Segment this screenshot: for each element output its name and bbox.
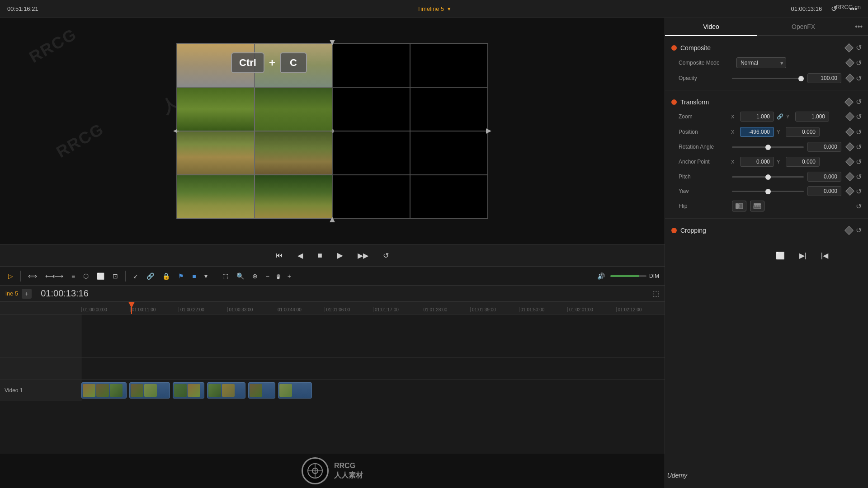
grid-handle-right[interactable] xyxy=(486,128,491,134)
zoom-x-value[interactable]: 1.000 xyxy=(740,112,774,122)
flip-vertical-button[interactable] xyxy=(750,201,764,211)
anchor-keyframe-btn[interactable] xyxy=(845,157,854,166)
slip-tool-button[interactable]: ≡ xyxy=(69,271,78,282)
transform-reset-btn[interactable]: ↺ xyxy=(856,98,862,106)
anchor-y-value[interactable]: 0.000 xyxy=(786,157,820,167)
toolbar-separator-1 xyxy=(20,271,21,282)
lock-button[interactable]: 🔒 xyxy=(160,271,173,282)
track-clip-6[interactable] xyxy=(278,382,312,399)
add-timeline-button[interactable]: + xyxy=(22,289,32,299)
yaw-slider-track[interactable] xyxy=(732,191,804,192)
zoom-tool-button[interactable]: ⊕ xyxy=(250,271,260,282)
transform-keyframe-btn[interactable] xyxy=(844,98,854,107)
dim-button[interactable]: DIM xyxy=(649,273,659,279)
go-to-end-button[interactable]: |◀ xyxy=(817,249,832,262)
track-clip-3[interactable] xyxy=(173,382,204,399)
rotation-slider-thumb[interactable] xyxy=(765,145,771,150)
zoom-reset-btn[interactable]: ↺ xyxy=(856,113,862,121)
flip-horizontal-button[interactable] xyxy=(732,201,746,211)
composite-mode-reset-btn[interactable]: ↺ xyxy=(856,59,862,67)
zoom-in-button[interactable]: + xyxy=(285,271,294,282)
position-x-value[interactable]: -496.000 xyxy=(740,127,774,137)
pitch-reset-btn[interactable]: ↺ xyxy=(856,173,862,181)
timeline-name[interactable]: Timeline 5 xyxy=(417,5,444,12)
ruler-mark-2: 01:00:22:00 xyxy=(179,307,227,312)
zoom-y-value[interactable]: 1.000 xyxy=(795,112,829,122)
clip-thumb-3 xyxy=(110,384,123,397)
dropdown-arrow[interactable]: ▾ xyxy=(448,5,451,12)
volume-slider[interactable] xyxy=(610,275,646,277)
cropping-reset-btn[interactable]: ↺ xyxy=(856,226,862,235)
panel-more-button[interactable]: ••• xyxy=(849,18,868,35)
trim-tool-button[interactable]: ⟺ xyxy=(25,271,40,282)
composite-keyframe-btn[interactable] xyxy=(844,43,854,52)
retime-button[interactable]: ⬡ xyxy=(80,271,91,282)
anchor-y-axis: Y xyxy=(777,159,783,164)
next-clip-button[interactable]: ▶| xyxy=(796,249,810,262)
track-content-video1[interactable] xyxy=(81,380,665,401)
tab-video[interactable]: Video xyxy=(665,18,757,36)
rotation-keyframe-btn[interactable] xyxy=(845,142,854,151)
pitch-keyframe-btn[interactable] xyxy=(845,172,854,181)
prev-frame-button[interactable]: ◀ xyxy=(294,249,307,262)
cropping-keyframe-btn[interactable] xyxy=(844,226,854,235)
stop-button[interactable]: ■ xyxy=(314,249,326,262)
yaw-slider-thumb[interactable] xyxy=(765,189,771,194)
position-y-value[interactable]: 0.000 xyxy=(786,127,820,137)
color-dropdown[interactable]: ▾ xyxy=(202,271,210,282)
crop-button[interactable]: ⊡ xyxy=(110,271,121,282)
composite-mode-select[interactable]: Normal Multiply Screen Overlay xyxy=(736,57,786,68)
position-reset-btn[interactable]: ↺ xyxy=(856,128,862,136)
link-button[interactable]: 🔗 xyxy=(144,271,157,282)
rotation-reset-btn[interactable]: ↺ xyxy=(856,143,862,151)
zoom-keyframe-btn[interactable] xyxy=(845,112,854,121)
zoom-mode-button[interactable]: ⬚ xyxy=(220,271,231,282)
pitch-slider-track[interactable] xyxy=(732,176,804,178)
zoom-in-area-button[interactable]: 🔍 xyxy=(234,271,247,282)
track-clip-2[interactable] xyxy=(129,382,170,399)
loop-button[interactable]: ↺ xyxy=(379,249,392,262)
dynamic-trim-button[interactable]: ⟻⟼ xyxy=(42,271,66,282)
volume-button[interactable]: 🔊 xyxy=(594,271,608,282)
playback-right: ⬜ ▶| |◀ xyxy=(772,249,832,262)
transform-button[interactable]: ⬜ xyxy=(94,271,107,282)
grid-cell-r3c1 xyxy=(177,131,255,175)
curve-button[interactable]: ↙ xyxy=(130,271,141,282)
timecode-right: 01:00:13:16 xyxy=(791,5,822,12)
go-to-start-button[interactable]: ⏮ xyxy=(272,249,287,261)
fullscreen-button[interactable]: ⬜ xyxy=(772,249,788,262)
opacity-slider-thumb[interactable] xyxy=(798,76,804,81)
yaw-keyframe-btn[interactable] xyxy=(845,187,854,196)
rotation-slider-track[interactable] xyxy=(732,146,804,148)
composite-reset-btn[interactable]: ↺ xyxy=(856,43,862,52)
position-keyframe-btn[interactable] xyxy=(845,127,854,136)
yaw-reset-btn[interactable]: ↺ xyxy=(856,187,862,196)
track-clip-5[interactable] xyxy=(248,382,275,399)
zoom-out-button[interactable]: − xyxy=(263,271,272,282)
play-button[interactable]: ▶ xyxy=(333,249,347,262)
color-button[interactable]: ■ xyxy=(189,271,198,282)
opacity-keyframe-btn[interactable] xyxy=(845,74,854,83)
opacity-reset-btn[interactable]: ↺ xyxy=(856,74,862,83)
flip-reset-btn[interactable]: ↺ xyxy=(856,202,862,211)
flag-button[interactable]: ⚑ xyxy=(175,271,187,282)
zoom-link-icon[interactable]: 🔗 xyxy=(777,113,783,120)
rotation-value[interactable]: 0.000 xyxy=(807,142,841,152)
flip-row: Flip ↺ xyxy=(665,198,868,214)
anchor-x-value[interactable]: 0.000 xyxy=(740,157,774,167)
anchor-reset-btn[interactable]: ↺ xyxy=(856,158,862,166)
composite-mode-keyframe-btn[interactable] xyxy=(845,58,854,67)
timeline-fullscreen-button[interactable]: ⬚ xyxy=(652,289,659,298)
flip-label: Flip xyxy=(679,203,728,209)
yaw-value[interactable]: 0.000 xyxy=(807,186,841,196)
playback-inner: ⏮ ◀ ■ ▶ ▶▶ ↺ xyxy=(272,249,392,262)
select-tool-button[interactable]: ▷ xyxy=(5,271,16,282)
next-frame-button[interactable]: ▶▶ xyxy=(354,249,372,262)
tab-openfx[interactable]: OpenFX xyxy=(757,18,849,36)
track-clip-4[interactable] xyxy=(207,382,245,399)
pitch-value[interactable]: 0.000 xyxy=(807,172,841,182)
timeline-playhead[interactable] xyxy=(131,302,132,314)
pitch-slider-thumb[interactable] xyxy=(765,174,771,180)
opacity-slider-track[interactable] xyxy=(732,78,804,79)
track-clip-1[interactable] xyxy=(81,382,127,399)
